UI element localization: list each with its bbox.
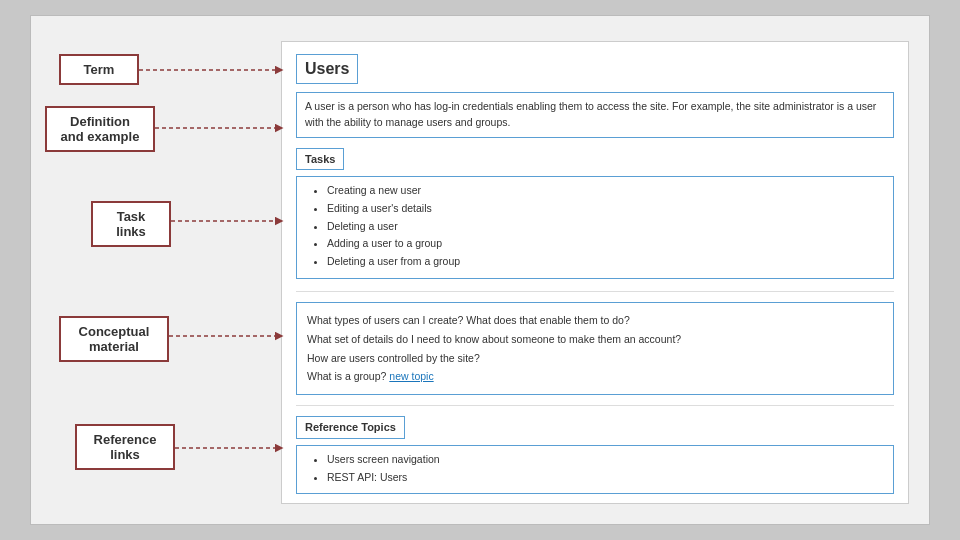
term-heading: Users bbox=[296, 54, 358, 84]
task-list: Creating a new userEditing a user's deta… bbox=[296, 176, 894, 279]
task-item: Adding a user to a group bbox=[327, 236, 885, 252]
new-topic-link[interactable]: new topic bbox=[389, 370, 433, 382]
content-inner: Users A user is a person who has log-in … bbox=[282, 42, 908, 504]
content-panel: Users A user is a person who has log-in … bbox=[281, 41, 909, 504]
task-item: Deleting a user from a group bbox=[327, 254, 885, 270]
conceptual-label: Conceptual material bbox=[59, 316, 169, 362]
reference-list: Users screen navigationREST API: Users bbox=[296, 445, 894, 495]
task-item: Deleting a user bbox=[327, 219, 885, 235]
task-item: Editing a user's details bbox=[327, 201, 885, 217]
conceptual-block: What types of users can I create? What d… bbox=[296, 302, 894, 396]
divider-2 bbox=[296, 405, 894, 406]
slide-container: Term Definition and example Task links C… bbox=[30, 15, 930, 525]
task-item: Creating a new user bbox=[327, 183, 885, 199]
term-label: Term bbox=[59, 54, 139, 85]
reference-item: Users screen navigation bbox=[327, 452, 885, 468]
reference-heading: Reference Topics bbox=[296, 416, 405, 439]
definition-label: Definition and example bbox=[45, 106, 155, 152]
conceptual-line: What set of details do I need to know ab… bbox=[307, 330, 883, 349]
definition-block: A user is a person who has log-in creden… bbox=[296, 92, 894, 138]
reference-item: REST API: Users bbox=[327, 470, 885, 486]
conceptual-line: What types of users can I create? What d… bbox=[307, 311, 883, 330]
conceptual-line: What is a group? new topic bbox=[307, 367, 883, 386]
task-label: Task links bbox=[91, 201, 171, 247]
divider-1 bbox=[296, 291, 894, 292]
conceptual-line: How are users controlled by the site? bbox=[307, 349, 883, 368]
reference-label: Reference links bbox=[75, 424, 175, 470]
tasks-heading: Tasks bbox=[296, 148, 344, 171]
